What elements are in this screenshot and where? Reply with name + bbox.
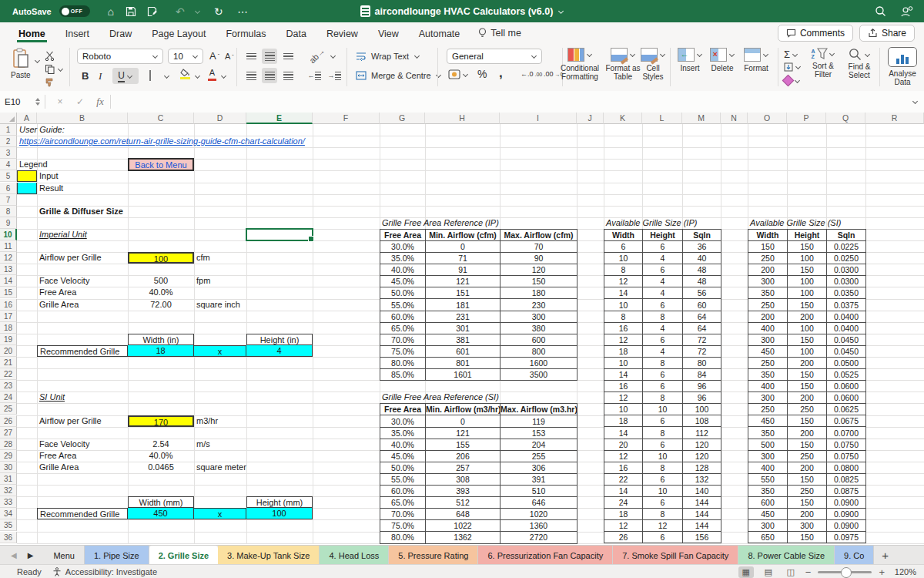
table-cell[interactable]: 1022 — [426, 520, 500, 532]
cell-C15[interactable]: 40.0% — [128, 287, 194, 298]
table-cell[interactable]: 0.0825 — [827, 473, 866, 485]
cell-C19[interactable]: Width (in) — [128, 334, 194, 345]
table-cell[interactable]: 40.0% — [380, 264, 426, 276]
comments-button[interactable]: Comments — [778, 25, 853, 42]
table-cell[interactable]: 6 — [643, 334, 683, 345]
column-header-Q[interactable]: Q — [826, 113, 865, 124]
row-header-29[interactable]: 29 — [0, 450, 17, 462]
account-icon[interactable] — [900, 5, 913, 17]
cell-B15[interactable]: Free Area — [37, 287, 128, 298]
cell-E34[interactable]: 100 — [246, 508, 313, 519]
table-cell[interactable]: 3500 — [500, 369, 578, 381]
cell-A6[interactable] — [17, 183, 37, 194]
column-header-B[interactable]: B — [37, 113, 128, 124]
cell-A2[interactable]: https://aircondlounge.com/return-air-gri… — [17, 136, 37, 147]
table-cell[interactable]: 45.0% — [380, 450, 426, 462]
table-header-cell[interactable]: Width — [748, 229, 788, 240]
table-cell[interactable]: 200 — [748, 264, 788, 276]
autosave-toggle[interactable]: OFF — [59, 5, 90, 17]
table-cell[interactable]: 4 — [643, 287, 683, 299]
autosum-icon[interactable]: Σ — [784, 49, 798, 60]
table-cell[interactable]: 0.0450 — [827, 345, 866, 357]
ribbon-tab-page-layout[interactable]: Page Layout — [150, 25, 207, 42]
table-cell[interactable]: 153 — [500, 427, 578, 439]
cell-A5[interactable] — [17, 170, 37, 182]
table-cell[interactable]: 200 — [788, 311, 827, 322]
table-cell[interactable]: 1362 — [426, 532, 500, 543]
name-box[interactable]: E10 — [0, 91, 45, 113]
column-header-M[interactable]: M — [682, 113, 721, 124]
table-cell[interactable]: 150 — [788, 381, 827, 392]
table-cell[interactable]: 150 — [788, 264, 827, 276]
table-cell[interactable]: 75.0% — [380, 520, 426, 532]
table-cell[interactable]: 22 — [604, 473, 643, 485]
ribbon-tab-formulas[interactable]: Formulas — [224, 25, 267, 42]
save-as-icon[interactable] — [147, 6, 161, 17]
table-cell[interactable]: 72 — [683, 334, 721, 345]
cell-D16[interactable]: square inch — [194, 299, 246, 311]
row-header-22[interactable]: 22 — [0, 368, 17, 380]
formula-input[interactable] — [111, 91, 912, 113]
table-cell[interactable]: 601 — [426, 345, 500, 357]
table-cell[interactable]: 0.0975 — [827, 532, 866, 543]
table-cell[interactable]: 0.0700 — [827, 427, 866, 439]
table-cell[interactable]: 450 — [748, 509, 788, 520]
table-cell[interactable]: 150 — [788, 439, 827, 450]
accessibility-status[interactable]: Accessibility: Investigate — [52, 567, 157, 576]
table-cell[interactable]: 0.0300 — [827, 276, 866, 287]
clear-icon[interactable] — [784, 76, 800, 85]
row-header-13[interactable]: 13 — [0, 264, 17, 275]
cell-D14[interactable]: fpm — [194, 275, 246, 287]
table-cell[interactable]: 391 — [500, 473, 578, 485]
table-header-cell[interactable]: SqIn — [827, 229, 866, 240]
table-cell[interactable]: 14 — [604, 369, 643, 381]
cell-D20[interactable]: x — [194, 345, 246, 357]
table-cell[interactable]: 150 — [788, 473, 827, 485]
table-header-cell[interactable]: Height — [643, 229, 683, 240]
table-cell[interactable]: 380 — [500, 322, 578, 334]
table-cell[interactable]: 150 — [788, 334, 827, 345]
cell-B28[interactable]: Face Velocity — [37, 439, 128, 450]
format-as-table-button[interactable]: Format as Table — [604, 48, 642, 81]
cell-C12[interactable]: 100 — [128, 252, 194, 264]
cell-C28[interactable]: 2.54 — [128, 439, 194, 450]
table-cell[interactable]: 650 — [748, 532, 788, 543]
row-header-23[interactable]: 23 — [0, 380, 17, 391]
table-cell[interactable]: 16 — [604, 462, 643, 473]
row-header-6[interactable]: 6 — [0, 183, 17, 194]
table-cell[interactable]: 14 — [604, 427, 643, 439]
table-cell[interactable]: 8 — [643, 311, 683, 322]
table-cell[interactable]: 0.0750 — [827, 439, 866, 450]
table-cell[interactable]: 30.0% — [380, 240, 426, 252]
search-icon[interactable] — [875, 5, 886, 17]
table-cell[interactable]: 20 — [604, 439, 643, 450]
table-cell[interactable]: 132 — [683, 473, 721, 485]
zoom-out-icon[interactable]: − — [805, 566, 812, 578]
table-cell[interactable]: 70 — [500, 240, 578, 252]
table-cell[interactable]: 300 — [748, 450, 788, 462]
table-cell[interactable]: 4 — [643, 276, 683, 287]
sheet-tab-9[interactable]: 9. Co — [835, 546, 874, 565]
formula-bar-expand-icon[interactable] — [912, 99, 918, 105]
table-cell[interactable]: 400 — [748, 322, 788, 334]
table-cell[interactable]: 14 — [604, 485, 643, 496]
column-header-C[interactable]: C — [128, 113, 194, 124]
table-cell[interactable]: 450 — [748, 345, 788, 357]
table-cell[interactable]: 6 — [643, 473, 683, 485]
table-cell[interactable]: 71 — [426, 253, 500, 264]
cell-B10[interactable]: Imperial Unit — [37, 229, 128, 240]
table-cell[interactable]: 6 — [643, 381, 683, 392]
add-sheet-button[interactable]: + — [874, 546, 896, 565]
cell-B14[interactable]: Face Velocity — [37, 275, 128, 287]
cell-C30[interactable]: 0.0465 — [128, 462, 194, 473]
table-cell[interactable]: 300 — [500, 311, 578, 322]
table-cell[interactable]: 0.0800 — [827, 462, 866, 473]
cell-C16[interactable]: 72.00 — [128, 299, 194, 311]
table-cell[interactable]: 150 — [788, 369, 827, 381]
table-cell[interactable]: 65.0% — [380, 497, 426, 509]
table-cell[interactable]: 0.0600 — [827, 392, 866, 404]
table-cell[interactable]: 450 — [748, 415, 788, 427]
table-cell[interactable]: 150 — [748, 240, 788, 252]
select-all-corner[interactable] — [0, 113, 17, 124]
row-header-19[interactable]: 19 — [0, 334, 17, 345]
